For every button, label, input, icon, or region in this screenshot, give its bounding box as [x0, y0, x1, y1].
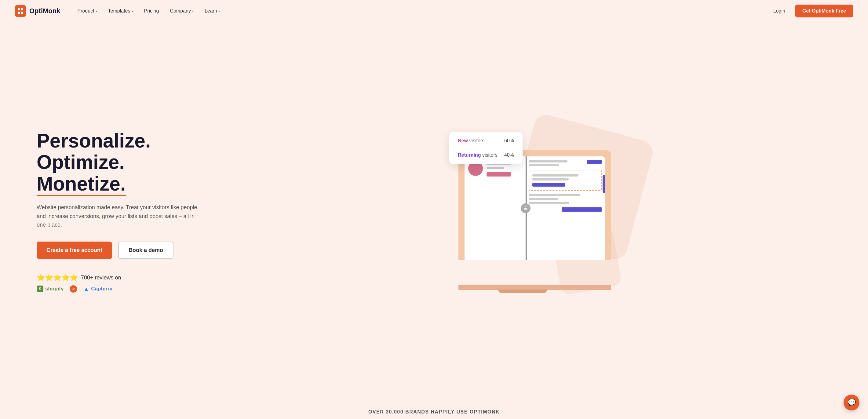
- capterra-badge[interactable]: ▲ Capterra: [83, 286, 113, 293]
- get-optimonk-free-button[interactable]: Get OptiMonk Free: [795, 5, 853, 18]
- laptop-illustration: [459, 150, 611, 260]
- line-2: [487, 167, 504, 169]
- laptop-screen: [465, 156, 605, 260]
- content-lines: [487, 162, 522, 176]
- purple-rect-top: [587, 160, 602, 164]
- chat-button[interactable]: 💬: [843, 394, 860, 411]
- laptop-right-pane: [526, 156, 605, 260]
- pink-btn: [487, 172, 511, 176]
- stats-row-new: New visitors 60%: [458, 138, 514, 143]
- create-free-account-button[interactable]: Create a free account: [37, 241, 112, 259]
- vertical-divider: [526, 156, 527, 260]
- bottom-line-3: [529, 202, 569, 204]
- stats-divider: [458, 148, 514, 148]
- header-line-2: [529, 164, 559, 166]
- brand-name: OptiMonk: [29, 7, 60, 15]
- chat-icon: 💬: [847, 398, 856, 407]
- dashed-line-2: [532, 178, 569, 181]
- stats-row-returning: Returning visitors 40%: [458, 152, 514, 158]
- g2-badge[interactable]: G²: [70, 285, 77, 293]
- laptop-foot: [498, 290, 547, 293]
- shopify-badge[interactable]: S shopify: [37, 286, 64, 292]
- nav-links: Product ▾ Templates ▾ Pricing Company ▾ …: [72, 6, 768, 16]
- book-demo-button[interactable]: Book a demo: [118, 241, 174, 259]
- navbar: OptiMonk Product ▾ Templates ▾ Pricing C…: [0, 0, 868, 22]
- g2-icon: G²: [70, 285, 77, 293]
- right-header: [529, 160, 602, 166]
- star-icons: ⭐⭐⭐⭐⭐: [37, 273, 78, 282]
- stats-new-value: 60%: [504, 138, 514, 143]
- chevron-down-icon: ▾: [192, 9, 194, 13]
- nav-item-pricing[interactable]: Pricing: [139, 6, 164, 16]
- nav-item-company[interactable]: Company ▾: [165, 6, 198, 16]
- bottom-section-lines: [529, 194, 602, 204]
- divider-circle-icon: [521, 203, 530, 213]
- stats-returning-value: 40%: [504, 152, 514, 158]
- purple-bottom-btn: [562, 207, 602, 212]
- header-line-1: [529, 160, 567, 162]
- purple-btn-small: [532, 183, 565, 187]
- login-button[interactable]: Login: [769, 6, 790, 16]
- stats-returning-label: Returning visitors: [458, 152, 498, 158]
- shopify-icon: S: [37, 286, 43, 292]
- bottom-bar-text: OVER 30,000 BRANDS HAPPILY USE OPTIMONK: [8, 409, 860, 415]
- capterra-label: Capterra: [91, 286, 113, 292]
- svg-rect-2: [18, 11, 20, 14]
- nav-actions: Login Get OptiMonk Free: [769, 5, 853, 18]
- hero-buttons: Create a free account Book a demo: [37, 241, 226, 259]
- nav-item-templates[interactable]: Templates ▾: [103, 6, 138, 16]
- reviews-section: ⭐⭐⭐⭐⭐ 700+ reviews on S shopify G² ▲ Cap…: [37, 273, 226, 293]
- review-count-text: 700+ reviews on: [81, 275, 121, 281]
- svg-rect-0: [18, 8, 20, 10]
- shopify-label: shopify: [45, 286, 64, 292]
- platforms-row: S shopify G² ▲ Capterra: [37, 285, 226, 293]
- capterra-icon: ▲: [83, 286, 89, 293]
- hero-section: Personalize. Optimize. Monetize. Website…: [0, 22, 868, 401]
- chevron-down-icon: ▾: [132, 9, 133, 13]
- svg-rect-3: [21, 11, 23, 14]
- dashed-box: [529, 170, 602, 191]
- svg-rect-1: [21, 8, 23, 10]
- bottom-line-1: [529, 194, 580, 196]
- bottom-line-2: [529, 198, 558, 200]
- chevron-down-icon: ▾: [96, 9, 97, 13]
- hero-left: Personalize. Optimize. Monetize. Website…: [37, 130, 226, 293]
- logo-icon: [15, 5, 26, 17]
- logo-link[interactable]: OptiMonk: [15, 5, 60, 17]
- bottom-bar: OVER 30,000 BRANDS HAPPILY USE OPTIMONK: [0, 401, 868, 419]
- hero-subtitle: Website personalization made easy. Treat…: [37, 203, 202, 229]
- logo-svg: [17, 8, 24, 14]
- stats-new-label: New visitors: [458, 138, 485, 143]
- stars-row: ⭐⭐⭐⭐⭐ 700+ reviews on: [37, 273, 226, 282]
- dashed-lines: [532, 174, 598, 181]
- nav-item-learn[interactable]: Learn ▾: [200, 6, 225, 16]
- laptop-left-pane: [465, 156, 526, 260]
- dashed-line-1: [532, 174, 579, 176]
- hero-right: New visitors 60% Returning visitors 40%: [226, 138, 843, 285]
- purple-panel: [602, 175, 605, 193]
- nav-item-product[interactable]: Product ▾: [72, 6, 102, 16]
- hero-title: Personalize. Optimize. Monetize.: [37, 130, 226, 195]
- chevron-down-icon: ▾: [218, 9, 220, 13]
- header-lines: [529, 160, 584, 166]
- stats-card: New visitors 60% Returning visitors 40%: [449, 132, 523, 164]
- illustration: New visitors 60% Returning visitors 40%: [446, 138, 623, 285]
